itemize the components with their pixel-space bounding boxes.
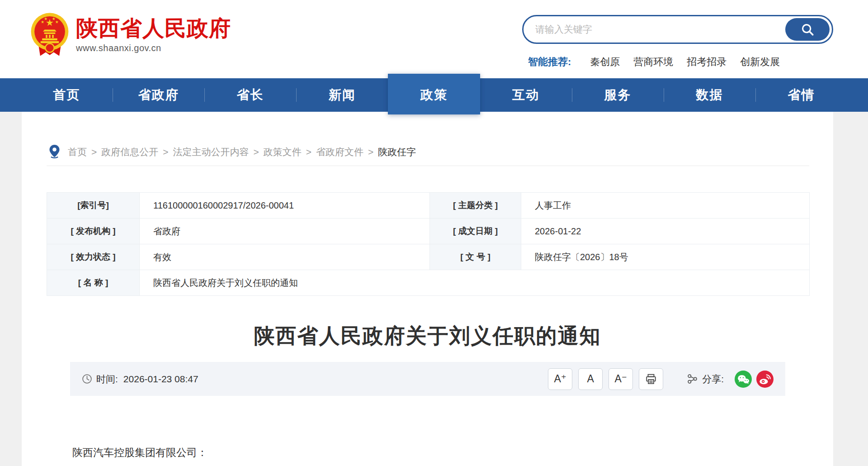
breadcrumb-separator: >: [368, 147, 373, 157]
search-box: [522, 15, 833, 44]
toolbar-buttons: A⁺ A A⁻: [542, 368, 774, 390]
meta-value-index-no: 116100000160002917/2026-00041: [140, 193, 430, 219]
article-toolbar: 时间: 2026-01-23 08:47 A⁺ A A⁻: [70, 362, 785, 396]
meta-label-topic: [ 主题分类 ]: [430, 193, 521, 219]
recommend-link[interactable]: 营商环境: [633, 55, 673, 69]
nav-item-interaction[interactable]: 互动: [480, 78, 572, 112]
national-emblem-icon: [30, 12, 70, 57]
breadcrumb-separator: >: [306, 147, 311, 157]
breadcrumb-separator: >: [163, 147, 168, 157]
search-button[interactable]: [785, 18, 830, 41]
meta-label-date: [ 成文日期 ]: [430, 219, 521, 244]
meta-label-index-no: [索引号]: [47, 193, 140, 219]
recommend-link[interactable]: 秦创原: [590, 55, 620, 69]
article-title: 陕西省人民政府关于刘义任职的通知: [22, 322, 833, 350]
wechat-icon: [736, 373, 750, 385]
nav-item-provincial-government[interactable]: 省政府: [113, 78, 204, 112]
search-icon: [800, 22, 815, 37]
breadcrumb-separator: >: [91, 147, 97, 157]
meta-value-validity: 有效: [140, 244, 430, 270]
table-row: [ 发布机构 ] 省政府 [ 成文日期 ] 2026-01-22: [47, 219, 810, 244]
breadcrumb-divider: [47, 166, 809, 166]
breadcrumb-current: 陕政任字: [378, 146, 416, 158]
printer-icon: [645, 373, 657, 385]
table-row: [ 效力状态 ] 有效 [ 文 号 ] 陕政任字〔2026〕18号: [47, 244, 810, 270]
share-group: 分享:: [687, 371, 774, 388]
smart-recommend: 智能推荐: 秦创原 营商环境 招考招录 创新发展: [528, 55, 793, 69]
site-logo[interactable]: 陕西省人民政府 www.shaanxi.gov.cn: [30, 12, 231, 57]
share-weibo-button[interactable]: [756, 371, 774, 388]
meta-label-doc-no: [ 文 号 ]: [430, 244, 521, 270]
time-value: 2026-01-23 08:47: [123, 374, 198, 385]
meta-value-topic: 人事工作: [521, 193, 810, 219]
meta-value-date: 2026-01-22: [521, 219, 810, 244]
publish-time: 时间: 2026-01-23 08:47: [82, 373, 198, 385]
nav-item-governor[interactable]: 省长: [204, 78, 296, 112]
font-default-button[interactable]: A: [578, 368, 603, 390]
font-increase-button[interactable]: A⁺: [548, 368, 572, 390]
meta-value-doc-no: 陕政任字〔2026〕18号: [521, 244, 810, 270]
main-area: 首页 > 政府信息公开 > 法定主动公开内容 > 政策文件 > 省政府文件 > …: [0, 112, 868, 466]
clock-icon: [82, 374, 92, 384]
meta-value-issuer: 省政府: [140, 219, 430, 244]
share-wechat-button[interactable]: [735, 371, 752, 388]
nav-item-news[interactable]: 新闻: [296, 78, 388, 112]
time-label: 时间:: [96, 373, 118, 385]
breadcrumb-provincial-docs[interactable]: 省政府文件: [316, 146, 363, 158]
site-name: 陕西省人民政府: [76, 17, 231, 40]
breadcrumb-policy-docs[interactable]: 政策文件: [264, 146, 302, 158]
nav-item-data[interactable]: 数据: [664, 78, 755, 112]
search-input[interactable]: [535, 18, 770, 41]
nav-item-province-profile[interactable]: 省情: [755, 78, 847, 112]
page: 陕西省人民政府 www.shaanxi.gov.cn 智能推荐: 秦创原 营商环…: [0, 0, 868, 466]
table-row: [索引号] 116100000160002917/2026-00041 [ 主题…: [47, 193, 810, 219]
main-nav: 首页 省政府 省长 新闻 政策 互动 服务 数据 省情: [0, 78, 868, 112]
document-meta-table: [索引号] 116100000160002917/2026-00041 [ 主题…: [47, 192, 810, 296]
meta-label-title: [ 名 称 ]: [47, 270, 140, 296]
breadcrumb-open-content[interactable]: 法定主动公开内容: [173, 146, 249, 158]
meta-value-title: 陕西省人民政府关于刘义任职的通知: [140, 270, 810, 296]
site-url: www.shaanxi.gov.cn: [76, 43, 231, 53]
breadcrumb-gov-info[interactable]: 政府信息公开: [101, 146, 158, 158]
share-nodes-icon: [687, 373, 698, 385]
recommend-label: 智能推荐:: [528, 55, 571, 69]
meta-label-validity: [ 效力状态 ]: [47, 244, 140, 270]
recommend-link[interactable]: 创新发展: [740, 55, 780, 69]
nav-item-policy-active[interactable]: 政策: [388, 74, 480, 114]
header: 陕西省人民政府 www.shaanxi.gov.cn 智能推荐: 秦创原 营商环…: [0, 0, 868, 78]
meta-label-issuer: [ 发布机构 ]: [47, 219, 140, 244]
table-row: [ 名 称 ] 陕西省人民政府关于刘义任职的通知: [47, 270, 810, 296]
weibo-icon: [759, 373, 771, 385]
breadcrumb-home[interactable]: 首页: [68, 146, 87, 158]
recommend-link[interactable]: 招考招录: [687, 55, 726, 69]
print-button[interactable]: [639, 368, 663, 390]
breadcrumb: 首页 > 政府信息公开 > 法定主动公开内容 > 政策文件 > 省政府文件 > …: [48, 144, 416, 159]
breadcrumb-separator: >: [254, 147, 259, 157]
font-decrease-button[interactable]: A⁻: [609, 368, 633, 390]
content-card: 首页 > 政府信息公开 > 法定主动公开内容 > 政策文件 > 省政府文件 > …: [22, 112, 833, 466]
nav-item-home[interactable]: 首页: [21, 78, 113, 112]
article-body-first-line: 陕西汽车控股集团有限公司：: [72, 446, 208, 460]
location-pin-icon: [48, 144, 61, 159]
share-label: 分享:: [702, 373, 724, 385]
nav-item-services[interactable]: 服务: [572, 78, 664, 112]
